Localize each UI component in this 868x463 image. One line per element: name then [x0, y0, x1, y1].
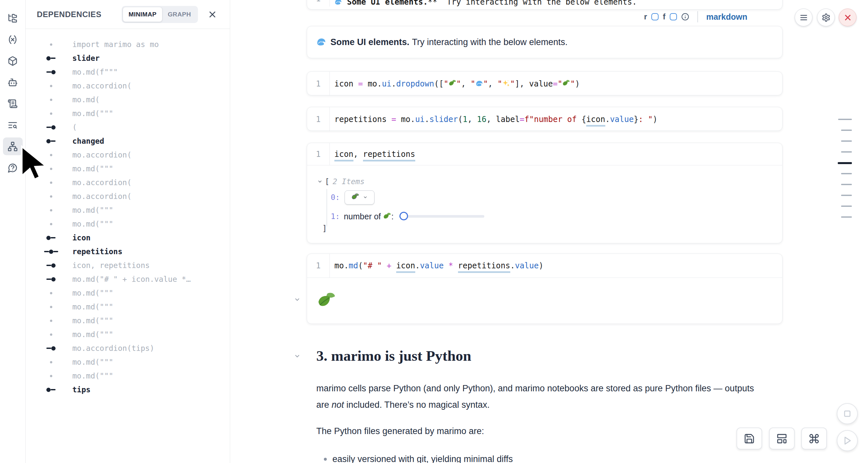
cell-marker[interactable]	[841, 184, 852, 185]
minimap-item[interactable]: mo.md("""	[26, 328, 230, 341]
cell-marker[interactable]	[841, 129, 852, 131]
dependency-marker-out	[44, 236, 58, 240]
minimap-item[interactable]: mo.accordion(	[26, 189, 230, 203]
ai-assistant-icon[interactable]	[3, 73, 23, 91]
paragraph-1-line-1: marimo cells parse Python (and only Pyth…	[316, 380, 803, 397]
minimap-item[interactable]: mo.md("""	[26, 369, 230, 383]
minimap-item-label: mo.md("""	[72, 358, 114, 366]
minimap-item[interactable]: mo.md("""	[26, 217, 230, 231]
minimap-item[interactable]: mo.md("""	[26, 286, 230, 300]
dropdown-widget[interactable]	[345, 190, 374, 205]
info-icon[interactable]	[681, 13, 689, 21]
cell-marker[interactable]	[841, 141, 852, 142]
minimap-item[interactable]: icon, repetitions	[26, 258, 230, 272]
list-item-text: easily versioned with git, yielding mini…	[332, 454, 513, 463]
minimap-item-label: mo.md("""	[72, 316, 114, 325]
shutdown-button[interactable]	[839, 8, 857, 26]
cell-marker[interactable]	[841, 151, 852, 153]
minimap-item[interactable]: import marimo as mo	[26, 37, 230, 51]
snippets-icon[interactable]	[3, 95, 23, 113]
dependency-marker-dot	[44, 361, 58, 363]
r-checkbox[interactable]	[651, 13, 658, 21]
minimap-item[interactable]: mo.md("""	[26, 300, 230, 314]
minimap-item[interactable]: mo.md("""	[26, 314, 230, 328]
minimap-item[interactable]: mo.accordion(	[26, 148, 230, 162]
dependency-marker-both	[44, 250, 58, 254]
dependency-marker-out	[44, 388, 58, 392]
stop-button[interactable]	[837, 403, 858, 424]
cell-marker[interactable]	[841, 173, 852, 174]
minimap-item[interactable]: (	[26, 120, 230, 134]
code-line[interactable]: mo.md("# " + icon.value * repetitions.va…	[334, 261, 544, 270]
minimap-item[interactable]: mo.md("""	[26, 355, 230, 369]
logs-search-icon[interactable]	[3, 116, 23, 134]
md-output-text: Try interacting with the below elements.	[412, 37, 567, 48]
markdown-editor-cell[interactable]: 1 Some UI elements.** Try interacting wi…	[307, 0, 782, 9]
minimap-item[interactable]: repetitions	[26, 245, 230, 258]
view-mode-tabs: MINIMAP GRAPH	[122, 6, 198, 23]
code-cell-dropdown[interactable]: 1 icon = mo.ui.dropdown(["", "", ""], va…	[307, 71, 782, 95]
layout-button[interactable]	[769, 428, 795, 450]
code-cell-tuple[interactable]: 1 icon, repetitions [ 2 Items 0: 1: numb…	[307, 143, 782, 243]
language-toggle[interactable]: markdown	[706, 12, 747, 22]
line-number: 1	[307, 0, 330, 7]
f-checkbox[interactable]	[670, 13, 677, 21]
dependency-marker-dot	[44, 209, 58, 211]
run-button[interactable]	[837, 430, 858, 451]
minimap-item-label: mo.accordion(	[72, 151, 131, 159]
minimap-item[interactable]: slider	[26, 51, 230, 65]
paragraph-1-line-2: are not included. There’s no magical syn…	[316, 397, 803, 413]
minimap-item[interactable]: mo.accordion(	[26, 176, 230, 189]
minimap-item[interactable]: icon	[26, 231, 230, 245]
settings-button[interactable]	[817, 8, 835, 26]
panel-title: DEPENDENCIES	[37, 10, 102, 19]
file-tree-icon[interactable]	[3, 9, 23, 27]
slider-thumb[interactable]	[400, 212, 408, 220]
collapse-cell-icon[interactable]	[294, 296, 301, 303]
variables-icon[interactable]	[3, 31, 23, 48]
cell-marker[interactable]	[841, 195, 852, 196]
tab-graph[interactable]: GRAPH	[162, 7, 197, 22]
cell-marker[interactable]	[838, 119, 852, 120]
save-icon	[744, 433, 755, 444]
cell-marker[interactable]	[841, 206, 852, 207]
menu-button[interactable]	[795, 8, 812, 26]
save-button[interactable]	[737, 428, 762, 450]
tree-items-count: 2 Items	[333, 177, 365, 186]
code-cell-md[interactable]: 1 mo.md("# " + icon.value * repetitions.…	[307, 253, 782, 324]
code-cell-slider[interactable]: 1 repetitions = mo.ui.slider(1, 16, labe…	[307, 107, 782, 131]
active-cell-marker[interactable]	[838, 162, 852, 164]
minimap-item-label: changed	[72, 137, 104, 145]
minimap-item-label: mo.md("""	[72, 289, 114, 297]
markdown-source-line[interactable]: Some UI elements.** Try interacting with…	[334, 0, 637, 7]
keyboard-shortcuts-button[interactable]	[801, 428, 827, 450]
minimap-item[interactable]: changed	[26, 134, 230, 148]
collapse-section-icon[interactable]	[294, 353, 301, 360]
minimap-item[interactable]: mo.md("# " + icon.value *…	[26, 272, 230, 286]
packages-icon[interactable]	[3, 52, 23, 70]
minimap-item[interactable]: mo.md(f"""	[26, 65, 230, 79]
code-line[interactable]: repetitions = mo.ui.slider(1, 16, label=…	[334, 115, 658, 124]
minimap-item-label: mo.md("""	[72, 330, 114, 339]
minimap-item[interactable]: mo.accordion(tips)	[26, 341, 230, 355]
code-line[interactable]: icon, repetitions	[334, 150, 415, 159]
emoji-wave-icon	[334, 0, 342, 6]
dependencies-panel-header: DEPENDENCIES MINIMAP GRAPH	[26, 0, 230, 29]
minimap-item[interactable]: mo.md("""	[26, 106, 230, 120]
minimap-item[interactable]: mo.md("""	[26, 203, 230, 217]
minimap-item[interactable]: mo.md("""	[26, 162, 230, 176]
minimap-item[interactable]: tips	[26, 383, 230, 397]
toolbar-divider	[698, 11, 698, 22]
tab-minimap[interactable]: MINIMAP	[123, 7, 162, 22]
minimap-item[interactable]: mo.md(	[26, 93, 230, 106]
code-line[interactable]: icon = mo.ui.dropdown(["", "", ""], valu…	[334, 79, 580, 89]
emoji-leaf-icon	[351, 193, 359, 200]
slider-widget[interactable]	[399, 215, 484, 218]
command-shortcuts-icon	[808, 433, 820, 444]
minimap-item-label: mo.md("""	[72, 109, 114, 118]
r-checkbox-label: r	[644, 12, 647, 21]
minimap-item[interactable]: mo.accordion(	[26, 79, 230, 93]
tree-expand-row[interactable]: [ 2 Items	[317, 177, 365, 186]
cell-marker[interactable]	[841, 216, 852, 218]
panel-close-icon[interactable]	[208, 9, 217, 20]
